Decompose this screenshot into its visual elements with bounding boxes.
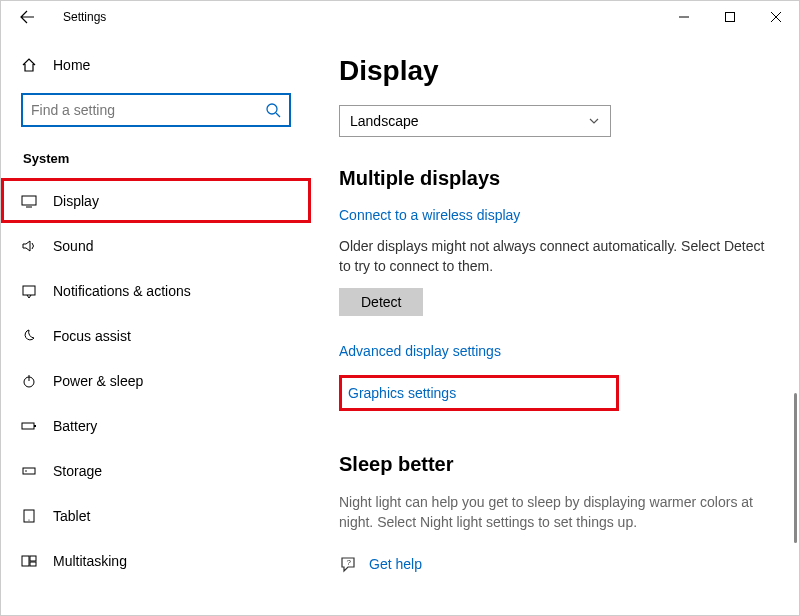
svg-rect-5 [22,423,34,429]
home-icon [21,57,37,73]
sidebar-item-tablet[interactable]: Tablet [1,493,311,538]
sidebar-item-label: Focus assist [53,328,131,344]
svg-rect-11 [22,556,29,566]
sidebar-item-label: Notifications & actions [53,283,191,299]
sidebar-item-focus-assist[interactable]: Focus assist [1,313,311,358]
svg-rect-12 [30,556,36,561]
sidebar-home[interactable]: Home [1,47,311,83]
multiple-displays-heading: Multiple displays [339,167,771,190]
notifications-icon [21,283,37,299]
svg-point-8 [25,470,27,472]
maximize-button[interactable] [707,1,753,33]
sidebar-item-sound[interactable]: Sound [1,223,311,268]
window-title: Settings [63,10,106,24]
display-icon [21,193,37,209]
sidebar-item-label: Power & sleep [53,373,143,389]
search-box[interactable] [21,93,291,127]
graphics-settings-link[interactable]: Graphics settings [348,385,456,401]
close-button[interactable] [753,1,799,33]
scrollbar[interactable] [794,393,797,543]
older-displays-text: Older displays might not always connect … [339,237,771,276]
main-content: Display Landscape Multiple displays Conn… [311,33,799,615]
sleep-better-text: Night light can help you get to sleep by… [339,492,771,533]
graphics-settings-highlight: Graphics settings [339,375,619,411]
sidebar-item-notifications[interactable]: Notifications & actions [1,268,311,313]
help-icon: ? [339,555,357,573]
sleep-better-heading: Sleep better [339,453,771,476]
svg-text:?: ? [347,558,352,567]
sidebar-item-label: Multitasking [53,553,127,569]
sidebar-item-display[interactable]: Display [1,178,311,223]
svg-rect-0 [726,13,735,22]
connect-wireless-link[interactable]: Connect to a wireless display [339,207,520,223]
svg-rect-6 [34,425,36,427]
get-help-link[interactable]: Get help [369,556,422,572]
sidebar-item-label: Battery [53,418,97,434]
sidebar-item-label: Display [53,193,99,209]
sidebar-item-label: Sound [53,238,93,254]
sound-icon [21,238,37,254]
sidebar-home-label: Home [53,57,90,73]
minimize-button[interactable] [661,1,707,33]
sidebar-item-label: Storage [53,463,102,479]
multitasking-icon [21,553,37,569]
back-button[interactable] [19,9,47,25]
svg-rect-7 [23,468,35,474]
orientation-value: Landscape [350,113,419,129]
chevron-down-icon [588,115,600,127]
sidebar-item-label: Tablet [53,508,90,524]
page-title: Display [339,55,771,87]
power-icon [21,373,37,389]
svg-rect-3 [23,286,35,295]
search-input[interactable] [31,102,265,118]
sidebar-item-battery[interactable]: Battery [1,403,311,448]
focus-assist-icon [21,328,37,344]
orientation-dropdown[interactable]: Landscape [339,105,611,137]
svg-rect-13 [30,562,36,566]
title-bar: Settings [1,1,799,33]
sidebar-item-storage[interactable]: Storage [1,448,311,493]
sidebar-section-label: System [1,143,311,178]
search-icon [265,102,281,118]
detect-button[interactable]: Detect [339,288,423,316]
sidebar: Home System Display Sound Notifications … [1,33,311,615]
advanced-display-link[interactable]: Advanced display settings [339,343,501,359]
svg-point-10 [28,519,29,520]
sidebar-item-power-sleep[interactable]: Power & sleep [1,358,311,403]
sidebar-item-multitasking[interactable]: Multitasking [1,538,311,583]
window-controls [661,1,799,33]
storage-icon [21,463,37,479]
tablet-icon [21,508,37,524]
svg-rect-2 [22,196,36,205]
svg-point-1 [267,104,277,114]
battery-icon [21,418,37,434]
